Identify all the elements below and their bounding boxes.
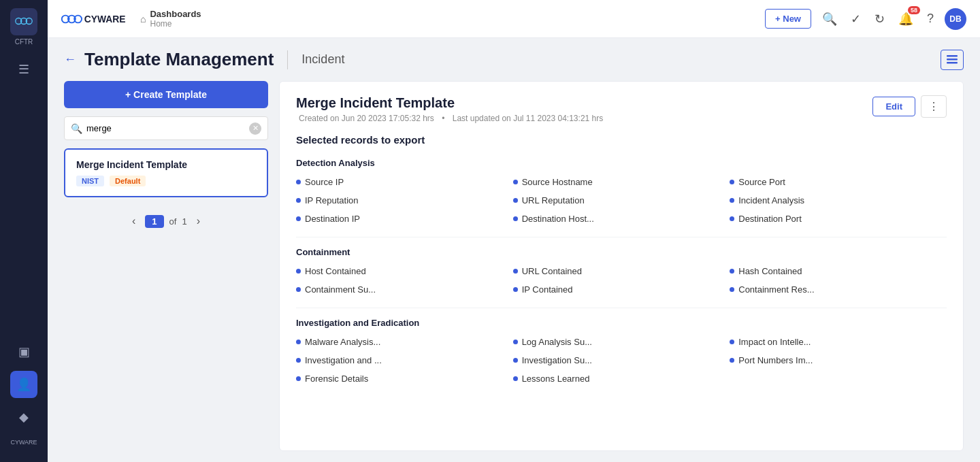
total-pages: 1 — [182, 216, 186, 227]
field-item: Log Analysis Su... — [513, 335, 730, 349]
field-label: Lessons Learned — [522, 374, 590, 384]
refresh-button[interactable]: ↻ — [872, 9, 887, 29]
detail-meta: Created on Jun 20 2023 17:05:32 hrs • La… — [296, 114, 872, 123]
field-label: Destination Host... — [522, 214, 594, 224]
field-label: Incident Analysis — [738, 195, 804, 205]
field-label: Containment Res... — [738, 284, 814, 295]
field-dot-icon — [513, 269, 518, 274]
main-area: CYWARE ⌂ Dashboards Home + New 🔍 ✓ ↻ 🔔 5… — [48, 0, 980, 462]
help-button[interactable]: ? — [924, 9, 936, 29]
field-label: Investigation and ... — [305, 355, 382, 365]
field-item: Source IP — [296, 175, 513, 189]
fields-grid-2: Malware Analysis...Log Analysis Su...Imp… — [296, 335, 947, 386]
field-item: Source Hostname — [513, 175, 730, 189]
back-button[interactable]: ← — [64, 52, 76, 67]
search-button[interactable]: 🔍 — [819, 9, 840, 29]
field-dot-icon — [513, 376, 518, 381]
sidebar-logo — [10, 8, 37, 35]
field-dot-icon — [730, 287, 734, 292]
search-icon: 🔍 — [71, 123, 82, 134]
field-dot-icon — [730, 269, 734, 274]
diamond-icon[interactable]: ◆ — [10, 403, 37, 431]
field-label: Containment Su... — [305, 284, 376, 295]
section-divider — [296, 308, 947, 308]
sidebar: CFTR ☰ ▣ 👤 ◆ CYWARE — [0, 0, 48, 462]
section-label-2: Investigation and Eradication — [296, 318, 947, 328]
content-area: ← Template Management Incident + Create … — [48, 38, 980, 462]
search-input[interactable] — [64, 116, 268, 140]
field-dot-icon — [730, 358, 734, 363]
field-label: URL Contained — [522, 266, 582, 276]
field-dot-icon — [730, 198, 734, 203]
field-dot-icon — [730, 180, 734, 184]
fields-grid-1: Host ContainedURL ContainedHash Containe… — [296, 264, 947, 297]
field-item: Host Contained — [296, 264, 513, 278]
field-item: Hash Contained — [730, 264, 947, 278]
field-label: Source Port — [738, 177, 785, 187]
page-subtitle: Incident — [301, 52, 344, 67]
more-options-button[interactable]: ⋮ — [921, 95, 947, 118]
field-dot-icon — [513, 216, 518, 221]
created-label: Created on Jun 20 2023 17:05:32 hrs — [299, 114, 434, 123]
field-item: URL Contained — [513, 264, 730, 278]
field-label: Host Contained — [305, 266, 366, 276]
field-label: Port Numbers Im... — [738, 355, 813, 365]
field-item: Containment Res... — [730, 282, 947, 297]
field-dot-icon — [730, 216, 734, 221]
field-item: Destination IP — [296, 212, 513, 226]
detail-title-area: Merge Incident Template Created on Jun 2… — [296, 95, 872, 123]
check-button[interactable]: ✓ — [848, 9, 864, 29]
template-card[interactable]: Merge Incident Template NIST Default — [64, 148, 268, 197]
prev-page-button[interactable]: ‹ — [128, 214, 140, 229]
edit-button[interactable]: Edit — [872, 97, 915, 116]
cyware-label: CYWARE — [10, 439, 37, 446]
field-item: Destination Host... — [513, 212, 730, 226]
avatar[interactable]: DB — [945, 8, 966, 30]
export-section-label: Selected records to export — [296, 134, 947, 146]
field-item: Containment Su... — [296, 282, 513, 297]
field-item: Source Port — [730, 175, 947, 189]
section-label-1: Containment — [296, 247, 947, 257]
topnav-actions: + New 🔍 ✓ ↻ 🔔 58 ? DB — [765, 8, 966, 30]
current-page[interactable]: 1 — [145, 215, 163, 228]
section-0: Detection AnalysisSource IPSource Hostna… — [296, 158, 947, 237]
section-label-0: Detection Analysis — [296, 158, 947, 168]
field-dot-icon — [513, 358, 518, 363]
new-button[interactable]: + New — [765, 9, 811, 29]
detail-actions: Edit ⋮ — [872, 95, 947, 118]
field-item: Investigation and ... — [296, 353, 513, 367]
title-divider — [287, 50, 288, 69]
field-label: Hash Contained — [738, 266, 802, 276]
field-dot-icon — [513, 198, 518, 203]
left-panel: + Create Template 🔍 ✕ Merge Incident Tem… — [64, 81, 268, 451]
field-dot-icon — [513, 340, 518, 344]
svg-rect-9 — [947, 62, 958, 64]
section-2: Investigation and EradicationMalware Ana… — [296, 318, 947, 386]
detail-header: Merge Incident Template Created on Jun 2… — [296, 95, 947, 123]
monitor-icon[interactable]: ▣ — [10, 338, 37, 365]
search-clear-button[interactable]: ✕ — [249, 122, 261, 135]
search-box: 🔍 ✕ — [64, 116, 268, 140]
field-dot-icon — [296, 269, 301, 274]
create-template-button[interactable]: + Create Template — [64, 81, 268, 108]
user-icon[interactable]: 👤 — [10, 371, 37, 398]
field-item: Destination Port — [730, 212, 947, 226]
list-view-icon[interactable] — [941, 50, 964, 70]
field-item: URL Reputation — [513, 193, 730, 208]
notification-badge: 58 — [908, 6, 920, 14]
field-label: Forensic Details — [305, 374, 368, 384]
cftr-label: CFTR — [15, 38, 33, 46]
field-label: Destination IP — [305, 214, 360, 224]
tag-default: Default — [110, 176, 146, 186]
home-icon: ⌂ — [140, 14, 146, 24]
fields-grid-0: Source IPSource HostnameSource PortIP Re… — [296, 175, 947, 226]
template-card-title: Merge Incident Template — [76, 159, 256, 170]
field-label: IP Reputation — [305, 195, 359, 205]
hamburger-icon[interactable]: ☰ — [13, 56, 35, 82]
svg-rect-7 — [947, 55, 958, 57]
tag-nist: NIST — [76, 176, 104, 186]
notification-button[interactable]: 🔔 58 — [896, 9, 916, 29]
next-page-button[interactable]: › — [193, 214, 204, 229]
svg-text:CYWARE: CYWARE — [84, 13, 126, 24]
breadcrumb-title: Dashboards — [150, 9, 201, 19]
